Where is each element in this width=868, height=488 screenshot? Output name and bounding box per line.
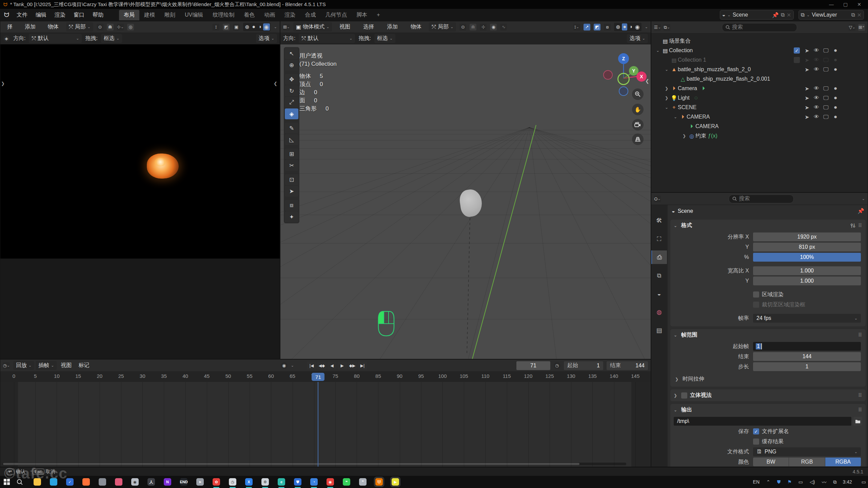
- horizontal-scrollbar[interactable]: [2, 463, 626, 465]
- hide-viewport-toggle-icon[interactable]: 👁: [813, 104, 820, 110]
- tool-scale[interactable]: ⤢: [285, 97, 298, 108]
- exclude-checkbox[interactable]: [794, 57, 800, 63]
- pinwheel-app-icon[interactable]: ✿: [212, 477, 221, 487]
- fps-dropdown[interactable]: 24 fps⌄: [753, 314, 861, 323]
- workspace-tab-建模[interactable]: 建模: [139, 10, 160, 20]
- expand-chevron[interactable]: ⌄: [672, 115, 679, 119]
- properties-search-input[interactable]: 搜索: [729, 195, 794, 203]
- viewport-menu-物体[interactable]: 物体: [44, 22, 63, 32]
- drag-dropdown[interactable]: 框选⌄: [101, 34, 122, 43]
- tray-ethernet-icon[interactable]: ⧉: [833, 479, 837, 485]
- tray-volume-icon[interactable]: ◁): [810, 479, 815, 485]
- sidebar-collapse-chevron[interactable]: ❮: [274, 81, 277, 86]
- options-dropdown[interactable]: 选项⌄: [256, 34, 277, 43]
- shading-solid-icon[interactable]: ●: [622, 23, 627, 30]
- outliner-row-SCENE[interactable]: ⌄⌖SCENE➤👁🖵⏺: [651, 103, 868, 112]
- check-app-icon[interactable]: ✓: [65, 477, 75, 487]
- box-app-icon[interactable]: [98, 477, 107, 487]
- tool-scale-cage[interactable]: ✦: [285, 211, 298, 222]
- tray-clock[interactable]: 3:42: [843, 479, 852, 485]
- maximize-button[interactable]: ▢: [840, 2, 851, 7]
- viewport-menu-择[interactable]: 择: [3, 22, 17, 32]
- main-menu-编辑[interactable]: 编辑: [32, 10, 51, 20]
- playhead-line[interactable]: [318, 382, 318, 467]
- zoom-button[interactable]: [632, 88, 644, 100]
- viewport-menu-添加[interactable]: 添加: [21, 22, 40, 32]
- end-app-icon[interactable]: END: [179, 477, 189, 487]
- disable-render-toggle-icon[interactable]: ⏺: [832, 114, 839, 120]
- edge-icon[interactable]: e: [277, 477, 286, 487]
- snap-magnet-icon[interactable]: ⋒: [470, 24, 476, 30]
- snap-magnet-icon[interactable]: ⋒: [107, 24, 114, 30]
- disable-render-toggle-icon[interactable]: ⏺: [832, 57, 839, 63]
- color-mode-BW[interactable]: BW: [753, 458, 789, 466]
- collapse-chevron[interactable]: ⌄: [674, 223, 678, 228]
- tray-chevron-up-icon[interactable]: ⌃: [766, 479, 770, 485]
- tray-wifi-icon[interactable]: 〰: [822, 479, 827, 485]
- cache-result-checkbox[interactable]: [753, 439, 759, 445]
- expand-chevron[interactable]: ⌄: [663, 67, 670, 72]
- pivot-point-icon[interactable]: ⊙: [97, 24, 103, 30]
- main-menu-文件[interactable]: 文件: [13, 10, 32, 20]
- defender-icon[interactable]: ⛊: [293, 477, 302, 487]
- output-path-field[interactable]: /tmp\: [674, 417, 851, 426]
- snap-target-icon[interactable]: ⊹⌄: [117, 24, 124, 30]
- overlays-toggle-icon[interactable]: ◩: [594, 24, 600, 30]
- jump-to-end-button[interactable]: ▶|: [358, 362, 367, 370]
- outliner-item-label[interactable]: Light: [678, 95, 690, 101]
- grip-icon[interactable]: ⠿: [858, 407, 863, 413]
- outliner-item-label[interactable]: SCENE: [678, 104, 696, 110]
- file-format-dropdown[interactable]: 🖺 PNG⌄: [753, 447, 861, 456]
- media-yellow-app-icon[interactable]: ▶: [391, 477, 400, 487]
- telegram-icon[interactable]: [49, 477, 58, 487]
- sidebar-collapse-chevron[interactable]: ❮: [645, 78, 649, 84]
- timeline-menu-插帧[interactable]: 插帧⌄: [36, 361, 57, 370]
- dart-app-icon[interactable]: ➤: [195, 477, 205, 487]
- tray-battery-icon[interactable]: ▭: [798, 479, 803, 485]
- hide-viewport-toggle-icon[interactable]: 👁: [813, 47, 820, 54]
- expand-chevron[interactable]: ⌄: [654, 48, 662, 53]
- outliner-item-label[interactable]: CAMERA: [687, 114, 710, 120]
- workspace-tab-+[interactable]: +: [372, 10, 384, 20]
- auto-keying-button[interactable]: ◉: [281, 362, 288, 369]
- gizmo-minus-x-axis[interactable]: [603, 70, 613, 80]
- outliner-item-label[interactable]: battle_ship_muzzle_flash_2_0: [678, 66, 751, 73]
- tool-transform[interactable]: ◈: [285, 108, 298, 119]
- selectable-toggle-icon[interactable]: ➤: [803, 47, 811, 54]
- tab-collection[interactable]: ▤: [651, 324, 667, 337]
- outliner-item-label[interactable]: battle_ship_muzzle_flash_2_0.001: [687, 76, 770, 82]
- tray-language[interactable]: EN: [753, 479, 760, 485]
- shading-rendered-icon[interactable]: ◉: [634, 23, 641, 30]
- frame-end-field[interactable]: 144: [753, 352, 861, 361]
- tab-render[interactable]: ⛶: [651, 232, 667, 246]
- collapse-chevron[interactable]: ⌄: [674, 408, 678, 412]
- blender-icon[interactable]: ᗢ: [374, 477, 384, 487]
- expand-chevron[interactable]: ❯: [663, 86, 670, 91]
- display-mode-icon[interactable]: ⧉⌄: [664, 24, 670, 31]
- tool-rotate[interactable]: ↻: [285, 85, 298, 96]
- frame-end-field[interactable]: 结束144: [607, 361, 648, 370]
- pin-icon[interactable]: 📌: [772, 12, 779, 18]
- direction-dropdown[interactable]: ⤱ 默认⌄: [29, 34, 82, 43]
- blender-menu-logo-icon[interactable]: ᗢ: [4, 12, 9, 19]
- color-mode-RGBA[interactable]: RGBA: [825, 458, 861, 466]
- gizmo-toggle-icon[interactable]: ⟟: [213, 24, 219, 30]
- people-app-icon[interactable]: ◔: [309, 477, 319, 487]
- aspect-y-field[interactable]: 1.000: [753, 277, 861, 285]
- outliner-row-约束[interactable]: ❯◎约束ƒ(x): [651, 131, 868, 141]
- auto-keying-chevron[interactable]: ⌄: [291, 363, 294, 368]
- workspace-tab-几何节点[interactable]: 几何节点: [320, 10, 352, 20]
- viewport-canvas[interactable]: 用户透视 (71) Collection 物体5顶点0边0面0三角形0 ↖⊕✥↻…: [280, 44, 651, 359]
- close-button[interactable]: ✕: [854, 2, 865, 7]
- xray-toggle-icon[interactable]: ⧇: [604, 24, 611, 30]
- media-pink-app-icon[interactable]: [114, 477, 123, 487]
- breadcrumb-scene[interactable]: Scene: [678, 208, 693, 214]
- wechat-icon[interactable]: ❝: [342, 477, 351, 487]
- workspace-tab-渲染[interactable]: 渲染: [280, 10, 300, 20]
- editor-type-icon[interactable]: ◷⌄: [3, 362, 10, 369]
- chat-app-icon[interactable]: ❞: [358, 477, 368, 487]
- disable-render-toggle-icon[interactable]: ⏺: [832, 85, 839, 92]
- file-explorer-icon[interactable]: [33, 477, 42, 487]
- pin-icon[interactable]: 📌: [857, 208, 864, 214]
- stereoscopy-checkbox[interactable]: [681, 392, 687, 399]
